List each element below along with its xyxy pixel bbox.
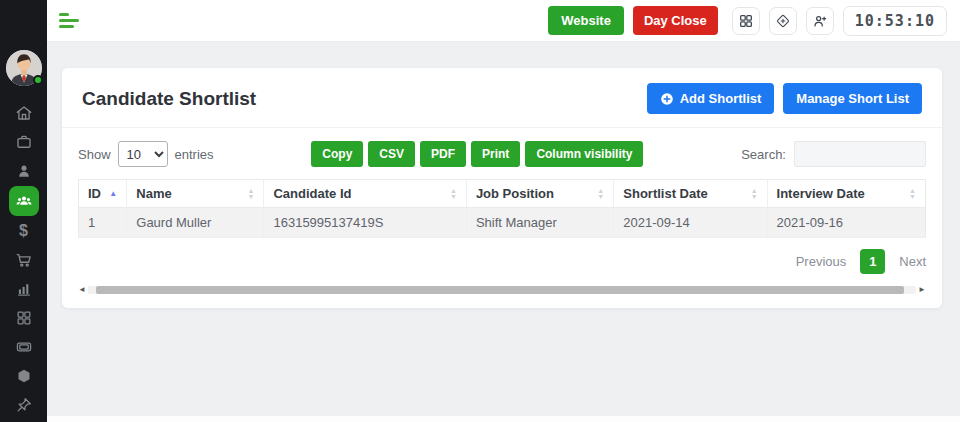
home-icon [15, 104, 33, 122]
add-user-button[interactable] [806, 7, 834, 35]
entries-label: entries [175, 147, 214, 162]
sort-icon: ▲▼ [751, 188, 758, 200]
page-length-control: Show 10 entries [78, 141, 214, 167]
grid-apps-icon [738, 13, 754, 29]
sidebar-item-payroll[interactable]: $ [9, 217, 39, 245]
table-header-row: ID▲ Name▲▼ Candidate Id▲▼ Job Position▲▼ [79, 180, 926, 208]
sort-icon: ▲▼ [450, 188, 457, 200]
sort-icon: ▲▼ [597, 188, 604, 200]
briefcase-icon [15, 133, 33, 151]
column-header-id[interactable]: ID▲ [79, 180, 127, 208]
export-buttons: Copy CSV PDF Print Column visibility [311, 141, 643, 167]
add-shortlist-button[interactable]: Add Shortlist [647, 83, 775, 114]
scroll-left-arrow-icon[interactable]: ◄ [78, 286, 86, 294]
column-header-job-position[interactable]: Job Position▲▼ [466, 180, 613, 208]
online-status-dot [33, 75, 43, 85]
cart-icon [15, 251, 33, 269]
table-controls: Show 10 entries Copy CSV PDF Print Colum… [78, 141, 926, 167]
footer-strip [47, 415, 960, 422]
apps-menu-button[interactable] [732, 7, 760, 35]
column-visibility-button[interactable]: Column visibility [525, 141, 643, 167]
card-header: Candidate Shortlist Add Shortlist Manage… [62, 68, 942, 128]
sidebar-item-purchases[interactable] [9, 246, 39, 274]
sort-icon: ▲▼ [248, 188, 255, 200]
current-page-button[interactable]: 1 [860, 249, 885, 274]
column-header-shortlist-date[interactable]: Shortlist Date▲▼ [614, 180, 767, 208]
cell-name: Gaurd Muller [127, 208, 264, 238]
sort-asc-icon: ▲ [109, 190, 117, 198]
user-icon [15, 162, 33, 180]
pdf-button[interactable]: PDF [420, 141, 466, 167]
pin-icon [15, 396, 33, 414]
next-page-button[interactable]: Next [899, 254, 926, 269]
dollar-icon: $ [19, 223, 28, 239]
page-length-select[interactable]: 10 [118, 141, 168, 167]
pagination: Previous 1 Next [78, 249, 926, 274]
sidebar-item-candidates[interactable] [9, 186, 39, 216]
user-avatar[interactable] [6, 50, 42, 86]
sidebar-item-reports[interactable] [9, 275, 39, 303]
add-shortlist-label: Add Shortlist [680, 91, 762, 106]
page-title: Candidate Shortlist [82, 88, 256, 110]
header-actions: Add Shortlist Manage Short List [647, 83, 922, 114]
column-header-name[interactable]: Name▲▼ [127, 180, 264, 208]
csv-button[interactable]: CSV [368, 141, 415, 167]
scrollbar-track[interactable] [88, 286, 916, 294]
scan-icon [775, 13, 791, 29]
horizontal-scrollbar[interactable]: ◄ ► [78, 285, 926, 295]
sidebar-item-pinned[interactable] [9, 391, 39, 419]
website-button[interactable]: Website [548, 6, 624, 35]
digital-clock: 10:53:10 [843, 6, 947, 36]
hamburger-icon[interactable] [59, 13, 79, 28]
shortlist-table: ID▲ Name▲▼ Candidate Id▲▼ Job Position▲▼ [78, 179, 926, 238]
cell-id: 1 [79, 208, 127, 238]
bar-chart-icon [15, 280, 33, 298]
manage-shortlist-button[interactable]: Manage Short List [783, 83, 922, 114]
sort-icon: ▲▼ [909, 188, 916, 200]
scroll-right-arrow-icon[interactable]: ► [918, 286, 926, 294]
show-label: Show [78, 147, 111, 162]
topbar: Website Day Close 10:53:10 [47, 0, 960, 42]
search-label: Search: [741, 147, 786, 162]
scan-button[interactable] [769, 7, 797, 35]
day-close-button[interactable]: Day Close [633, 6, 718, 35]
main-content: Candidate Shortlist Add Shortlist Manage… [47, 42, 960, 422]
manage-shortlist-label: Manage Short List [796, 91, 909, 106]
cell-job-position: Shift Manager [466, 208, 613, 238]
sidebar-item-devices[interactable] [9, 333, 39, 361]
user-plus-icon [812, 13, 828, 29]
plus-circle-icon [660, 92, 674, 106]
sidebar-item-employee[interactable] [9, 157, 39, 185]
copy-button[interactable]: Copy [311, 141, 363, 167]
sidebar: $ [0, 0, 47, 422]
scrollbar-thumb[interactable] [96, 286, 903, 294]
table-row[interactable]: 1 Gaurd Muller 16315995137419S Shift Man… [79, 208, 926, 238]
sidebar-item-assets[interactable] [9, 362, 39, 390]
print-button[interactable]: Print [471, 141, 520, 167]
grid-icon [15, 309, 33, 327]
hexagon-icon [15, 367, 33, 385]
candidate-shortlist-card: Candidate Shortlist Add Shortlist Manage… [62, 68, 942, 308]
column-header-candidate-id[interactable]: Candidate Id▲▼ [264, 180, 466, 208]
sidebar-item-jobs[interactable] [9, 128, 39, 156]
search-control: Search: [741, 141, 926, 167]
card-body: Show 10 entries Copy CSV PDF Print Colum… [62, 128, 942, 308]
sidebar-item-home[interactable] [9, 99, 39, 127]
cell-shortlist-date: 2021-09-14 [614, 208, 767, 238]
column-header-interview-date[interactable]: Interview Date▲▼ [767, 180, 925, 208]
search-input[interactable] [794, 141, 926, 167]
tablet-icon [15, 338, 33, 356]
previous-page-button[interactable]: Previous [796, 254, 847, 269]
cell-interview-date: 2021-09-16 [767, 208, 925, 238]
cell-candidate-id: 16315995137419S [264, 208, 466, 238]
sidebar-item-apps[interactable] [9, 304, 39, 332]
users-icon [15, 192, 33, 210]
